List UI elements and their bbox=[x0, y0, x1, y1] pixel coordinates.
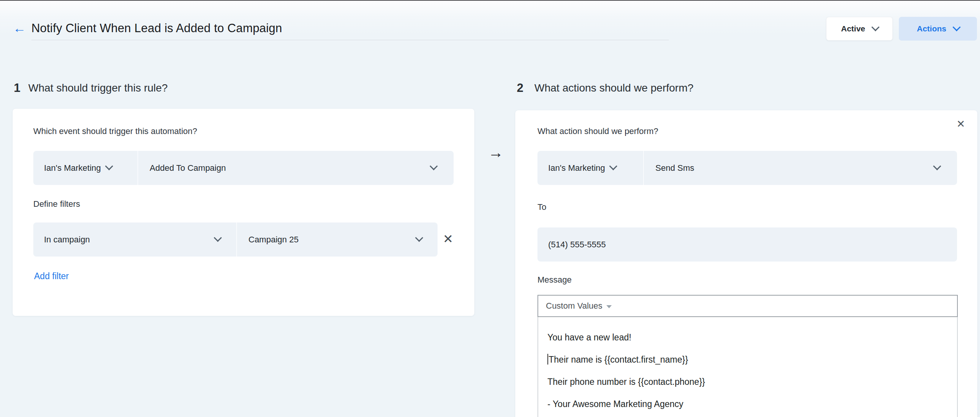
action-account-select[interactable]: Ian's Marketing bbox=[537, 151, 643, 185]
filter-value-value: Campaign 25 bbox=[248, 235, 299, 245]
actions-label: Actions bbox=[917, 24, 946, 33]
remove-filter-icon[interactable]: ✕ bbox=[443, 233, 453, 245]
status-dropdown-button[interactable]: Active bbox=[826, 17, 893, 41]
flow-arrow-icon: → bbox=[488, 144, 503, 161]
action-section-number: 2 bbox=[517, 81, 523, 95]
action-account-value: Ian's Marketing bbox=[548, 163, 605, 173]
action-card: ✕ What action should we perform? Ian's M… bbox=[515, 110, 977, 417]
triangle-down-icon bbox=[606, 305, 612, 308]
chevron-down-icon bbox=[933, 162, 941, 170]
message-line: Their phone number is {{contact.phone}} bbox=[547, 371, 957, 393]
trigger-event-value: Added To Campaign bbox=[150, 163, 226, 173]
action-question-label: What action should we perform? bbox=[537, 126, 658, 136]
custom-values-label: Custom Values bbox=[546, 301, 603, 311]
trigger-select-row: Ian's Marketing Added To Campaign bbox=[33, 151, 454, 185]
filter-field-select[interactable]: In campaign bbox=[33, 222, 236, 257]
filter-value-select[interactable]: Campaign 25 bbox=[237, 222, 438, 257]
status-label: Active bbox=[841, 24, 865, 33]
trigger-section-heading: What should trigger this rule? bbox=[28, 82, 168, 94]
message-editor-toolbar: Custom Values bbox=[537, 295, 958, 317]
chevron-down-icon bbox=[105, 162, 113, 170]
chevron-down-icon bbox=[871, 23, 879, 31]
to-label: To bbox=[537, 202, 546, 212]
action-type-select[interactable]: Send Sms bbox=[644, 151, 957, 185]
define-filters-label: Define filters bbox=[33, 199, 80, 209]
text-cursor bbox=[547, 354, 548, 365]
trigger-card: Which event should trigger this automati… bbox=[13, 109, 474, 316]
chevron-down-icon bbox=[430, 162, 438, 170]
to-phone-input[interactable] bbox=[537, 227, 957, 262]
trigger-account-value: Ian's Marketing bbox=[44, 163, 101, 173]
message-line: - Your Awesome Marketing Agency bbox=[547, 393, 957, 415]
chevron-down-icon bbox=[415, 234, 423, 242]
message-line: Their name is {{contact.first_name}} bbox=[547, 348, 957, 371]
action-select-row: Ian's Marketing Send Sms bbox=[537, 151, 957, 185]
window-top-edge bbox=[0, 0, 980, 1]
filter-field-value: In campaign bbox=[44, 235, 90, 245]
chevron-down-icon bbox=[214, 234, 222, 242]
trigger-account-select[interactable]: Ian's Marketing bbox=[33, 151, 137, 185]
action-section-heading: What actions should we perform? bbox=[534, 82, 694, 94]
close-icon[interactable]: ✕ bbox=[956, 118, 965, 130]
chevron-down-icon bbox=[609, 162, 617, 170]
custom-values-dropdown[interactable]: Custom Values bbox=[546, 301, 612, 311]
message-editor: Custom Values You have a new lead! Their… bbox=[537, 295, 958, 417]
rule-title-field[interactable]: Notify Client When Lead is Added to Camp… bbox=[31, 21, 669, 40]
message-textarea[interactable]: You have a new lead! Their name is {{con… bbox=[537, 317, 958, 417]
filter-row: In campaign Campaign 25 bbox=[33, 222, 438, 257]
action-type-value: Send Sms bbox=[655, 163, 694, 173]
add-filter-link[interactable]: Add filter bbox=[34, 271, 69, 281]
back-arrow-icon[interactable]: ← bbox=[13, 21, 26, 34]
trigger-section-number: 1 bbox=[14, 81, 20, 95]
chevron-down-icon bbox=[952, 23, 960, 31]
page-title[interactable]: Notify Client When Lead is Added to Camp… bbox=[31, 21, 282, 35]
message-label: Message bbox=[537, 275, 572, 285]
message-line: You have a new lead! bbox=[547, 326, 957, 348]
event-question-label: Which event should trigger this automati… bbox=[33, 126, 197, 136]
header-buttons: Active Actions bbox=[826, 17, 977, 41]
trigger-event-select[interactable]: Added To Campaign bbox=[138, 151, 454, 185]
actions-dropdown-button[interactable]: Actions bbox=[899, 17, 977, 41]
